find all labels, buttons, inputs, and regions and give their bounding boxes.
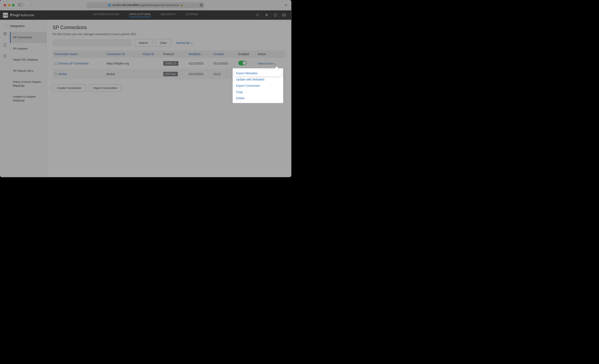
protocol-chip: SAML 2.0 xyxy=(163,61,178,66)
sidebar-item-label: Target URL Mapping xyxy=(13,58,38,61)
new-tab-icon[interactable]: + xyxy=(285,2,287,8)
chevron-left-icon[interactable]: 〈 xyxy=(5,24,8,28)
nav-security[interactable]: SECURITY xyxy=(161,13,176,17)
sidebar: 〈 Integration SP Connections SP Adapters… xyxy=(0,20,47,177)
page-subtitle: On this screen you can manage connection… xyxy=(53,32,285,36)
search-icon[interactable] xyxy=(253,12,262,18)
sidebar-item-label: Adapter-to-Adapter Mappings xyxy=(13,95,36,102)
nav-system[interactable]: SYSTEM xyxy=(186,13,198,17)
main-nav: AUTHENTICATION APPLICATIONS SECURITY SYS… xyxy=(93,13,198,17)
connection-name-link[interactable]: docker xyxy=(58,72,67,76)
status-icon xyxy=(54,62,57,65)
close-icon[interactable] xyxy=(4,4,6,7)
minimize-icon[interactable] xyxy=(8,4,10,7)
header-icons xyxy=(253,12,288,18)
enabled-toggle[interactable] xyxy=(238,61,247,65)
dropdown-item-copy[interactable]: Copy xyxy=(234,89,282,95)
window-controls[interactable] xyxy=(0,4,15,7)
search-input[interactable] xyxy=(53,39,132,47)
connection-id-cell: https://httpbin.org xyxy=(105,58,141,69)
select-action-dropdown[interactable]: Select Action ▴ xyxy=(258,62,276,65)
protocol-chip: WS Trust xyxy=(163,72,178,76)
app-logo[interactable]: Ping PingFederate xyxy=(3,13,34,18)
sidebar-item-adapter-to-adapter[interactable]: Adapter-to-Adapter Mappings xyxy=(10,91,47,106)
user-icon[interactable] xyxy=(280,12,288,18)
connection-id-cell: docker xyxy=(105,69,141,79)
col-modified[interactable]: Modified▾ xyxy=(187,50,212,58)
url-host: 44.234.109.248:9999 xyxy=(112,4,138,7)
virtual-id-cell xyxy=(141,58,162,69)
app-name: PingFederate xyxy=(10,13,34,17)
clear-button[interactable]: Clear xyxy=(155,39,171,47)
browser-window: ▾ 〈 🌐 44.234.109.248:9999/pingfederate/a… xyxy=(0,0,291,177)
chevron-down-icon: ▾ xyxy=(191,42,193,44)
url-bar[interactable]: 🌐 44.234.109.248:9999/pingfederate/app#/… xyxy=(87,2,204,8)
sidebar-item-sp-default-urls[interactable]: SP Default URLs xyxy=(10,65,47,77)
col-connection-name[interactable]: Connection Name xyxy=(53,50,105,58)
app-header: Ping PingFederate AUTHENTICATION APPLICA… xyxy=(0,10,291,20)
more-icon[interactable]: ••• xyxy=(200,4,203,7)
sidebar-toggle-icon[interactable] xyxy=(18,3,22,7)
virtual-id-cell xyxy=(141,69,162,79)
col-created[interactable]: Created xyxy=(212,50,237,58)
nav-authentication[interactable]: AUTHENTICATION xyxy=(93,13,119,17)
shield-icon[interactable] xyxy=(3,54,7,58)
search-row: Search Clear Narrow By ▾ xyxy=(53,39,285,47)
dropdown-item-update-with-metadata[interactable]: Update with Metadata xyxy=(234,76,282,83)
sidebar-item-policy-contract-adapter[interactable]: Policy Contract Adapter Mappings xyxy=(10,76,47,91)
sidebar-item-sp-adapters[interactable]: SP Adapters xyxy=(10,43,47,54)
chevron-down-icon[interactable]: ▾ xyxy=(23,4,24,6)
action-dropdown: Export Metadata Update with Metadata Exp… xyxy=(233,68,283,103)
sidebar-header[interactable]: 〈 Integration xyxy=(0,20,47,32)
dropdown-item-delete[interactable]: Delete xyxy=(234,95,282,101)
import-connection-button[interactable]: Import Connection xyxy=(89,84,122,92)
sort-chevron-icon: ▾ xyxy=(201,53,202,55)
sidebar-item-label: SP Adapters xyxy=(13,47,28,50)
lock-icon: 🔒 xyxy=(180,4,183,7)
sidebar-item-label: SP Connections xyxy=(13,36,32,39)
sidebar-item-sp-connections[interactable]: SP Connections xyxy=(10,32,47,43)
dropdown-item-export-connection[interactable]: Export Connection xyxy=(234,83,282,89)
col-enabled: Enabled xyxy=(237,50,256,58)
svg-point-0 xyxy=(256,14,258,16)
status-icon xyxy=(54,73,57,76)
maximize-icon[interactable] xyxy=(12,4,15,7)
chevron-up-icon: ▴ xyxy=(274,62,276,65)
help-icon[interactable] xyxy=(271,12,280,18)
url-path: /pingfederate/app#/spConnections xyxy=(138,4,179,7)
col-virtual-id[interactable]: Virtual ID xyxy=(141,50,162,58)
narrow-by-dropdown[interactable]: Narrow By ▾ xyxy=(176,41,193,44)
svg-line-1 xyxy=(258,16,259,17)
back-icon[interactable]: 〈 xyxy=(29,3,33,8)
svg-point-5 xyxy=(283,14,285,15)
sidebar-item-target-url-mapping[interactable]: Target URL Mapping xyxy=(10,54,47,65)
svg-rect-7 xyxy=(4,44,6,46)
bell-icon[interactable] xyxy=(262,12,271,18)
connection-name-link[interactable]: Dummy SP Connection xyxy=(58,62,88,65)
modified-cell: 01/12/2023 xyxy=(187,58,212,69)
globe-icon: 🌐 xyxy=(108,4,111,7)
adapter-icon[interactable] xyxy=(3,43,7,47)
browser-titlebar: ▾ 〈 🌐 44.234.109.248:9999/pingfederate/a… xyxy=(0,0,291,10)
create-connection-button[interactable]: Create Connection xyxy=(53,84,86,92)
sidebar-item-label: SP Default URLs xyxy=(13,69,33,72)
connection-icon[interactable] xyxy=(3,32,7,36)
col-action: Action xyxy=(256,50,285,58)
svg-point-3 xyxy=(275,16,275,16)
table-row: Dummy SP Connection https://httpbin.org … xyxy=(53,58,285,69)
sidebar-item-label: Policy Contract Adapter Mappings xyxy=(13,80,41,87)
col-connection-id[interactable]: Connection ID xyxy=(105,50,141,58)
created-cell: 01/12/2023 xyxy=(212,58,237,69)
dropdown-item-export-metadata[interactable]: Export Metadata xyxy=(234,70,282,76)
col-protocol: Protocol xyxy=(162,50,187,58)
modified-cell: 01/12/2023 xyxy=(187,69,212,79)
svg-point-8 xyxy=(5,56,5,56)
search-button[interactable]: Search xyxy=(135,39,152,47)
nav-applications[interactable]: APPLICATIONS xyxy=(129,13,151,17)
page-title: SP Connections xyxy=(53,25,285,30)
sidebar-icon-strip xyxy=(0,32,10,58)
narrow-by-label: Narrow By xyxy=(176,41,190,44)
sidebar-title: Integration xyxy=(10,24,25,28)
sidebar-items: SP Connections SP Adapters Target URL Ma… xyxy=(10,32,47,106)
logo-mark: Ping xyxy=(3,13,8,18)
